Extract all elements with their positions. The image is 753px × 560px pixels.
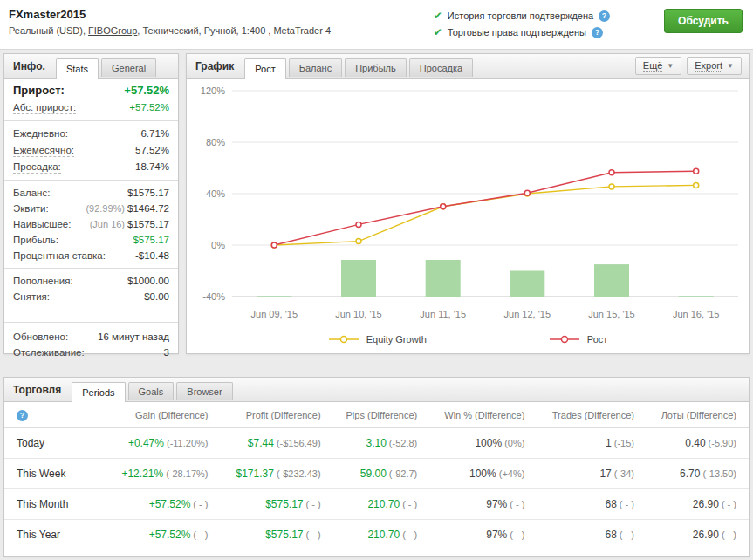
tab-browser[interactable]: Browser <box>176 382 232 400</box>
info-row-drawdown: Просадка: 18.74% <box>4 159 178 175</box>
chart-grid: 120%80%40%0%-40% <box>201 85 738 302</box>
info-icon[interactable]: ? <box>599 10 610 22</box>
chart-panel-title: График <box>195 60 234 72</box>
col-trades: Trades (Difference) <box>533 402 643 428</box>
cell-pips: 210.70( - ) <box>330 489 427 520</box>
tab-profit[interactable]: Прибыль <box>345 58 407 77</box>
cell-profit: $171.37(-$232.43) <box>216 459 329 489</box>
legend-marker-icon <box>549 334 580 345</box>
tab-growth[interactable]: Рост <box>244 58 286 79</box>
info-label: Абс. прирост: <box>13 101 76 114</box>
info-row-profit: Прибыль: $575.17 <box>4 232 178 248</box>
table-row-today: Today +0.47%(-11.20%) $7.44(-$156.49) 3.… <box>4 428 749 459</box>
info-label: Пополнения: <box>13 275 73 287</box>
cell-profit: $575.17( - ) <box>216 489 329 520</box>
tab-balance[interactable]: Баланс <box>289 58 342 77</box>
tab-periods[interactable]: Periods <box>72 382 125 402</box>
info-value: $1575.17 <box>127 187 169 199</box>
history-verified-label: История торговли подтверждена <box>448 10 593 21</box>
privileges-verified-label: Торговые права подтверждены <box>448 27 586 38</box>
chart-tabs: Рост Баланс Прибыль Просадка <box>244 58 473 79</box>
cell-trades: 68( - ) <box>533 520 643 550</box>
info-label: Ежемесячно: <box>13 144 74 157</box>
cell-win: 97%( - ) <box>426 489 533 520</box>
info-value: 6.71% <box>140 127 169 140</box>
col-gain: Gain (Difference) <box>102 402 216 428</box>
info-value: (Jun 16)$1575.17 <box>90 218 169 230</box>
info-value: +57.52% <box>124 84 169 98</box>
info-row-withdrawals: Снятия: $0.00 <box>4 289 178 304</box>
account-identity: FXmaster2015 Реальный (USD), FIBOGroup, … <box>9 8 331 36</box>
legend-marker-icon <box>328 334 359 345</box>
history-verified-badge: ✔ История торговли подтверждена ? <box>434 10 610 22</box>
chart-x-labels: Jun 09, '15Jun 10, '15Jun 11, '15Jun 12,… <box>251 309 720 319</box>
info-row-abs-gain: Абс. прирост: +57.52% <box>4 99 178 116</box>
svg-text:Jun 11, '15: Jun 11, '15 <box>420 309 466 319</box>
trading-tabs: Periods Goals Browser <box>72 382 232 402</box>
legend-item-growth[interactable]: Рост <box>549 334 608 345</box>
chevron-down-icon: ▼ <box>667 62 674 70</box>
cell-lots: 26.90( - ) <box>643 520 749 550</box>
chart-body: 120%80%40%0%-40%Jun 09, '15Jun 10, '15Ju… <box>187 79 749 352</box>
svg-text:-40%: -40% <box>202 291 225 302</box>
table-help-icon[interactable]: ? <box>17 410 28 421</box>
cell-gain: +12.21%(-28.17%) <box>102 459 216 489</box>
tab-drawdown[interactable]: Просадка <box>409 58 473 77</box>
growth-chart: 120%80%40%0%-40%Jun 09, '15Jun 10, '15Ju… <box>187 80 749 326</box>
info-value: +57.52% <box>129 101 169 113</box>
cell-pips: 210.70( - ) <box>330 520 427 550</box>
chevron-down-icon: ▼ <box>727 62 734 70</box>
tab-general[interactable]: General <box>101 58 156 77</box>
info-label: Наивысшее: <box>13 218 71 230</box>
check-icon: ✔ <box>434 26 442 38</box>
col-profit: Profit (Difference) <box>216 402 329 428</box>
period-label: This Month <box>4 489 102 520</box>
col-win: Win % (Difference) <box>426 402 533 428</box>
info-body: Прирост: +57.52% Абс. прирост: +57.52% Е… <box>4 79 178 361</box>
tab-stats[interactable]: Stats <box>56 58 99 79</box>
info-value: $1000.00 <box>127 275 169 287</box>
cell-pips: 3.10(-52.8) <box>330 428 427 459</box>
chart-series-1 <box>271 168 698 248</box>
period-label: This Year <box>4 520 102 550</box>
info-value: 57.52% <box>135 144 169 156</box>
info-value: 16 минут назад <box>98 331 169 343</box>
check-icon: ✔ <box>434 10 442 22</box>
info-label: Снятия: <box>13 290 50 303</box>
info-row-updated: Обновлено: 16 минут назад <box>4 329 178 345</box>
highest-date: (Jun 16) <box>90 219 125 229</box>
tab-goals[interactable]: Goals <box>128 382 175 400</box>
cell-profit: $7.44(-$156.49) <box>216 428 329 459</box>
cell-lots: 26.90( - ) <box>643 489 749 520</box>
info-row-highest: Наивысшее: (Jun 16)$1575.17 <box>4 216 178 232</box>
period-label: This Week <box>4 459 102 489</box>
export-dropdown[interactable]: Export▼ <box>687 57 742 75</box>
info-panel-title: Инфо. <box>13 60 45 72</box>
info-label: Отслеживание: <box>13 346 85 359</box>
svg-text:120%: 120% <box>201 85 225 96</box>
account-subtitle: Реальный (USD), FIBOGroup, Технический, … <box>9 25 331 36</box>
broker-link[interactable]: FIBOGroup <box>88 25 137 36</box>
table-header-blank: ? <box>4 402 102 428</box>
chart-panel: График Рост Баланс Прибыль Просадка Ещё▼… <box>186 53 750 354</box>
info-row-gain: Прирост: +57.52% <box>4 82 178 99</box>
info-panel: Инфо. Stats General Прирост: +57.52% Абс… <box>3 53 179 354</box>
info-row-daily: Ежедневно: 6.71% <box>4 126 178 142</box>
cell-win: 100%(0%) <box>426 428 533 459</box>
table-header-row: ? Gain (Difference) Profit (Difference) … <box>4 402 749 428</box>
more-dropdown[interactable]: Ещё▼ <box>635 57 681 75</box>
svg-text:Jun 16, '15: Jun 16, '15 <box>673 309 719 319</box>
legend-label: Equity Growth <box>366 334 427 345</box>
info-label: Процентная ставка: <box>13 249 106 262</box>
equity-amount: $1464.72 <box>127 203 169 214</box>
discuss-button[interactable]: Обсудить <box>664 9 743 33</box>
info-icon[interactable]: ? <box>592 27 603 38</box>
privileges-verified-badge: ✔ Торговые права подтверждены ? <box>434 26 610 38</box>
account-type-text: Реальный (USD), <box>9 25 88 36</box>
info-label: Обновлено: <box>13 331 68 343</box>
account-meta-text: , Технический, Ручной, 1:400 , MetaTrade… <box>137 25 331 36</box>
info-row-deposits: Пополнения: $1000.00 <box>4 273 178 289</box>
periods-table: ? Gain (Difference) Profit (Difference) … <box>4 402 749 550</box>
svg-text:Jun 12, '15: Jun 12, '15 <box>504 309 551 319</box>
legend-item-equity-growth[interactable]: Equity Growth <box>328 334 427 345</box>
